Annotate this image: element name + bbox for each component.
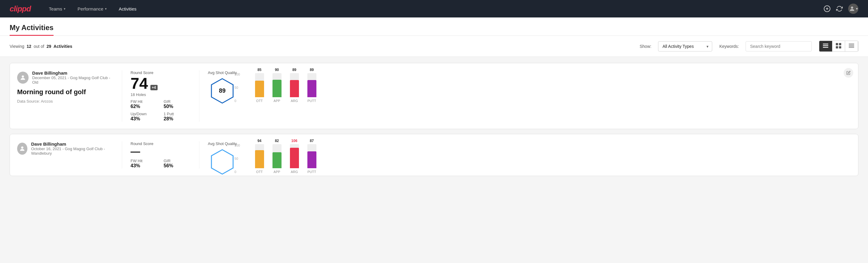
svg-marker-19	[211, 150, 233, 174]
svg-rect-4	[823, 43, 828, 45]
shot-quality-label: Avg Shot Quality	[208, 70, 237, 75]
round-score-section-2: Round Score — FW Hit 43% GIR 56%	[130, 141, 191, 169]
main-content: Dave Billingham December 05, 2021 - Gog …	[0, 57, 868, 187]
svg-point-15	[22, 75, 24, 77]
round-score-2: —	[130, 147, 140, 156]
compact-view-button[interactable]	[845, 41, 858, 52]
navbar-right: ▾	[824, 4, 858, 14]
nav-teams[interactable]: Teams ▾	[43, 0, 71, 18]
svg-rect-12	[849, 45, 854, 46]
stat-fw-hit: FW Hit 62%	[130, 99, 158, 109]
viewing-text: Viewing 12 out of 29 Activities	[10, 44, 72, 49]
bar-putt: 89 PUTT	[307, 68, 316, 103]
card-left: Dave Billingham December 05, 2021 - Gog …	[17, 70, 114, 104]
grid-view-button[interactable]	[832, 41, 845, 52]
nav-performance[interactable]: Performance ▾	[71, 0, 113, 18]
svg-rect-8	[839, 43, 841, 46]
svg-rect-14	[849, 47, 854, 48]
stat-gir-2: GIR 56%	[164, 158, 191, 169]
activity-type-wrapper: All Activity Types	[658, 41, 712, 52]
divider-1	[122, 70, 122, 122]
stat-grid-2: FW Hit 43% GIR 56%	[130, 158, 191, 169]
user-avatar[interactable]: ▾	[848, 4, 858, 14]
page-header: My Activities	[0, 18, 868, 36]
bar-ott-2: 94 OTT	[255, 139, 264, 174]
data-source: Data Source: Arccos	[17, 99, 114, 104]
activity-type-select[interactable]: All Activity Types	[658, 41, 712, 52]
bar-putt-2: 87 PUTT	[307, 139, 316, 174]
hexagon: 89	[209, 77, 236, 105]
stat-grid: FW Hit 62% GIR 50% Up/Down 43% 1 Putt 28…	[130, 99, 191, 122]
nav-links: Teams ▾ Performance ▾ Activities	[43, 0, 143, 18]
score-badge: +4	[150, 85, 158, 90]
navbar: clippd Teams ▾ Performance ▾ Activities	[0, 0, 868, 18]
page-title: My Activities	[10, 18, 54, 36]
svg-rect-7	[836, 43, 838, 46]
svg-rect-6	[823, 47, 828, 48]
performance-chevron-icon: ▾	[105, 7, 107, 11]
edit-button[interactable]	[844, 68, 853, 78]
shot-quality-section-2: Avg Shot Quality 100 50 0	[208, 141, 851, 175]
bar-arg: 89 ARG	[290, 68, 299, 103]
shot-quality-section: Avg Shot Quality 89 100 50 0	[208, 70, 851, 105]
y-axis: 100 50 0	[235, 72, 240, 103]
keywords-label: Keywords:	[719, 44, 739, 49]
hexagon-2	[209, 148, 236, 175]
round-score-section: Round Score 74 +4 18 Holes FW Hit 62% GI…	[130, 70, 191, 122]
user-name-2: Dave Billingham	[31, 141, 114, 147]
y-axis-2: 100 50 0	[235, 144, 240, 174]
stat-gir: GIR 50%	[164, 99, 191, 109]
bar-arg-2: 106 ARG	[290, 139, 299, 174]
bar-app-2: 82 APP	[273, 139, 281, 174]
bar-chart-2: 100 50 0 94 OTT 82	[244, 144, 316, 174]
svg-text:89: 89	[219, 87, 225, 94]
card-left-2: Dave Billingham October 16, 2021 - Gog M…	[17, 141, 114, 159]
logo: clippd	[10, 4, 31, 13]
user-date-2: October 16, 2021 - Gog Magog Golf Club -…	[31, 147, 114, 155]
divider-4	[199, 141, 199, 169]
user-date: December 05, 2021 - Gog Magog Golf Club …	[32, 76, 114, 85]
card-user: Dave Billingham December 05, 2021 - Gog …	[17, 70, 114, 85]
round-score-label-2: Round Score	[130, 141, 191, 146]
bar-app: 90 APP	[273, 68, 281, 103]
add-button[interactable]	[824, 5, 831, 12]
stat-fw-hit-2: FW Hit 43%	[130, 158, 158, 169]
activity-card-2: Dave Billingham October 16, 2021 - Gog M…	[10, 134, 858, 176]
bar-ott: 85 OTT	[255, 68, 264, 103]
show-label: Show:	[640, 44, 651, 49]
list-view-button[interactable]	[819, 41, 832, 52]
bar-chart: 100 50 0 85 OTT 90	[244, 72, 316, 103]
hexagon-container: 89	[208, 77, 237, 105]
card-user-2: Dave Billingham October 16, 2021 - Gog M…	[17, 141, 114, 155]
divider-2	[199, 70, 199, 122]
filter-bar: Viewing 12 out of 29 Activities Show: Al…	[0, 36, 868, 57]
svg-rect-11	[849, 43, 854, 44]
divider-3	[122, 141, 122, 169]
teams-chevron-icon: ▾	[64, 7, 66, 11]
avatar	[17, 71, 29, 84]
svg-point-18	[21, 146, 24, 148]
shot-quality-label-2: Avg Shot Quality	[208, 141, 237, 146]
stat-oneputt: 1 Putt 28%	[164, 112, 191, 122]
stat-updown: Up/Down 43%	[130, 112, 158, 122]
round-score-value: 74	[130, 76, 148, 91]
user-chevron-icon: ▾	[856, 7, 858, 11]
svg-rect-10	[839, 46, 841, 49]
svg-point-3	[851, 7, 853, 9]
view-toggle	[819, 40, 858, 52]
avatar-2	[17, 143, 27, 155]
search-input[interactable]	[746, 41, 812, 52]
holes-label: 18 Holes	[130, 92, 191, 97]
activity-card: Dave Billingham December 05, 2021 - Gog …	[10, 63, 858, 129]
nav-activities[interactable]: Activities	[113, 0, 143, 18]
svg-rect-5	[823, 46, 828, 46]
activity-title: Morning round of golf	[17, 88, 114, 96]
svg-rect-13	[849, 46, 854, 47]
svg-rect-9	[836, 46, 838, 49]
user-name: Dave Billingham	[32, 70, 114, 76]
refresh-button[interactable]	[836, 5, 843, 12]
hexagon-container-2	[208, 148, 237, 175]
round-score-label: Round Score	[130, 70, 191, 75]
